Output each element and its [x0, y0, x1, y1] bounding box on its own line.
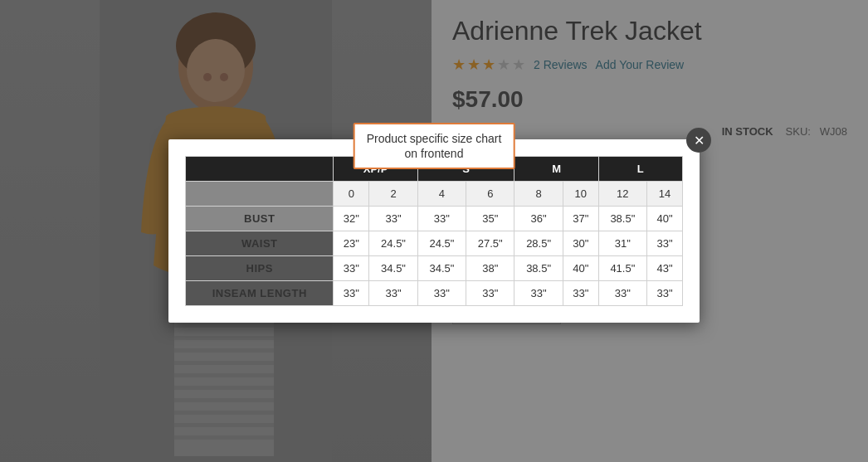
num-10: 10: [563, 182, 598, 207]
num-4: 4: [417, 182, 466, 207]
waist-0: 23": [334, 231, 369, 256]
hips-8: 38.5": [514, 256, 563, 281]
size-chart-modal: Product specific size charton frontend ✕…: [168, 139, 700, 323]
inseam-2: 33": [369, 281, 417, 306]
table-row: HIPS 33" 34.5" 34.5" 38" 38.5" 40" 41.5"…: [186, 256, 683, 281]
row-label-waist: WAIST: [186, 231, 334, 256]
waist-12: 31": [598, 231, 646, 256]
inseam-8: 33": [514, 281, 563, 306]
inseam-0: 33": [334, 281, 369, 306]
hips-12: 41.5": [598, 256, 646, 281]
bust-8: 36": [514, 207, 563, 231]
num-6: 6: [466, 182, 514, 207]
num-12: 12: [598, 182, 646, 207]
num-8: 8: [514, 182, 563, 207]
num-2: 2: [369, 182, 417, 207]
num-empty: [186, 182, 334, 207]
inseam-12: 33": [598, 281, 646, 306]
bust-0: 32": [334, 207, 369, 231]
waist-6: 27.5": [466, 231, 514, 256]
inseam-10: 33": [563, 281, 598, 306]
num-0: 0: [334, 182, 369, 207]
hips-6: 38": [466, 256, 514, 281]
header-m: M: [514, 157, 598, 182]
table-row: WAIST 23" 24.5" 24.5" 27.5" 28.5" 30" 31…: [186, 231, 683, 256]
size-chart-table: XP/P S M L 0 2 4 6 8 10 12 14: [185, 156, 683, 306]
bust-6: 35": [466, 207, 514, 231]
tooltip-text: Product specific size charton frontend: [367, 132, 502, 160]
waist-2: 24.5": [369, 231, 417, 256]
hips-4: 34.5": [417, 256, 466, 281]
tooltip-box: Product specific size charton frontend: [354, 123, 515, 169]
header-empty: [186, 157, 334, 182]
modal-close-button[interactable]: ✕: [686, 128, 711, 153]
bust-2: 33": [369, 207, 417, 231]
inseam-14: 33": [647, 281, 683, 306]
waist-10: 30": [563, 231, 598, 256]
hips-2: 34.5": [369, 256, 417, 281]
row-label-bust: BUST: [186, 207, 334, 231]
modal-overlay: Product specific size charton frontend ✕…: [0, 0, 868, 462]
header-l: L: [598, 157, 682, 182]
inseam-4: 33": [417, 281, 466, 306]
table-number-row: 0 2 4 6 8 10 12 14: [186, 182, 683, 207]
waist-14: 33": [647, 231, 683, 256]
hips-0: 33": [334, 256, 369, 281]
page-container: Adrienne Trek Jacket ★ ★ ★ ★ ★ 2 Reviews…: [0, 0, 868, 462]
bust-4: 33": [417, 207, 466, 231]
bust-12: 38.5": [598, 207, 646, 231]
waist-4: 24.5": [417, 231, 466, 256]
row-label-inseam: INSEAM LENGTH: [186, 281, 334, 306]
hips-10: 40": [563, 256, 598, 281]
num-14: 14: [647, 182, 683, 207]
table-row: BUST 32" 33" 33" 35" 36" 37" 38.5" 40": [186, 207, 683, 231]
bust-10: 37": [563, 207, 598, 231]
hips-14: 43": [647, 256, 683, 281]
bust-14: 40": [647, 207, 683, 231]
row-label-hips: HIPS: [186, 256, 334, 281]
inseam-6: 33": [466, 281, 514, 306]
table-row: INSEAM LENGTH 33" 33" 33" 33" 33" 33" 33…: [186, 281, 683, 306]
waist-8: 28.5": [514, 231, 563, 256]
